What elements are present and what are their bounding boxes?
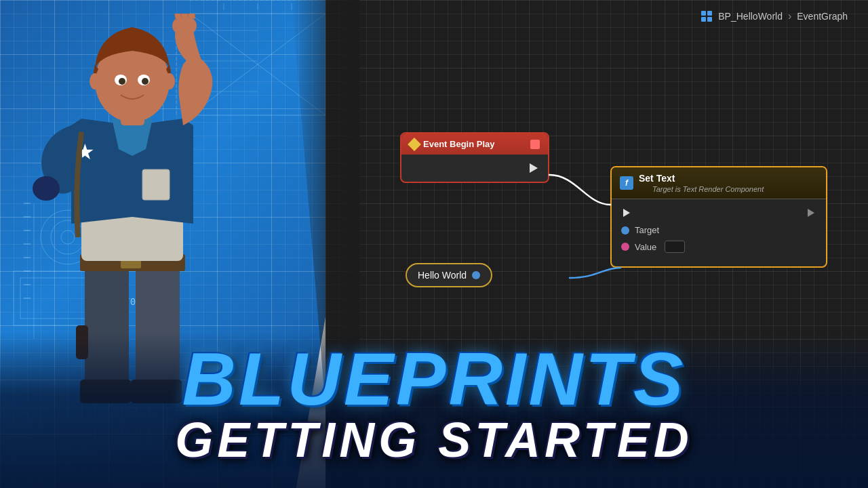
set-text-header: f Set Text Target is Text Render Compone…	[612, 167, 826, 199]
node-hello-world[interactable]: Hello World	[406, 263, 492, 287]
title-blueprints: BLUEPRINTS	[182, 345, 686, 412]
value-pin-row: Value	[621, 241, 816, 253]
target-pin-dot[interactable]	[621, 226, 629, 235]
target-pin-row: Target	[621, 225, 816, 235]
event-begin-play-title: Event Begin Play	[410, 139, 494, 149]
function-icon: f	[620, 176, 633, 190]
exec-arrow-icon	[530, 163, 538, 173]
svg-point-38	[33, 176, 60, 201]
node-set-text[interactable]: f Set Text Target is Text Render Compone…	[610, 166, 827, 268]
svg-point-43	[119, 78, 125, 85]
hello-world-text: Hello World	[418, 270, 467, 281]
svg-rect-35	[142, 169, 170, 200]
node-event-begin-play[interactable]: Event Begin Play	[400, 132, 549, 183]
svg-rect-49	[707, 11, 712, 16]
exec-pin-out-right[interactable]	[806, 207, 816, 218]
exec-in-arrow	[623, 209, 630, 217]
exec-pin-out[interactable]	[528, 162, 540, 174]
event-begin-play-header: Event Begin Play	[401, 134, 548, 155]
breadcrumb: BP_HelloWorld › EventGraph	[701, 10, 848, 22]
set-text-header-content: Set Text Target is Text Render Component	[633, 173, 818, 193]
exec-out-arrow	[808, 209, 814, 217]
value-pin-input[interactable]	[665, 241, 685, 253]
exec-pin-in[interactable]	[621, 207, 632, 218]
blueprint-icon	[701, 10, 713, 22]
breadcrumb-graph-name: EventGraph	[797, 11, 848, 22]
target-pin-label: Target	[635, 225, 659, 235]
value-pin-dot[interactable]	[621, 243, 629, 251]
exec-pins-row	[621, 207, 816, 218]
title-getting-started: GETTING STARTED	[175, 412, 692, 468]
svg-point-46	[164, 73, 175, 89]
event-begin-play-close[interactable]	[530, 140, 540, 149]
set-text-title: Set Text	[633, 173, 818, 184]
set-text-body: Target Value	[612, 199, 826, 266]
svg-point-45	[90, 73, 100, 89]
breadcrumb-separator: ›	[788, 10, 791, 22]
svg-rect-51	[707, 17, 712, 22]
event-diamond-icon	[408, 138, 421, 151]
breadcrumb-bp-name: BP_HelloWorld	[718, 11, 783, 22]
hello-world-pin[interactable]	[472, 271, 480, 279]
svg-rect-48	[701, 11, 706, 16]
bottom-text-overlay: BLUEPRINTS GETTING STARTED	[0, 332, 868, 488]
set-text-subtitle: Target is Text Render Component	[633, 185, 818, 193]
svg-rect-50	[701, 17, 706, 22]
svg-point-44	[142, 78, 149, 85]
event-begin-play-body	[401, 155, 548, 182]
value-pin-label: Value	[635, 242, 656, 252]
